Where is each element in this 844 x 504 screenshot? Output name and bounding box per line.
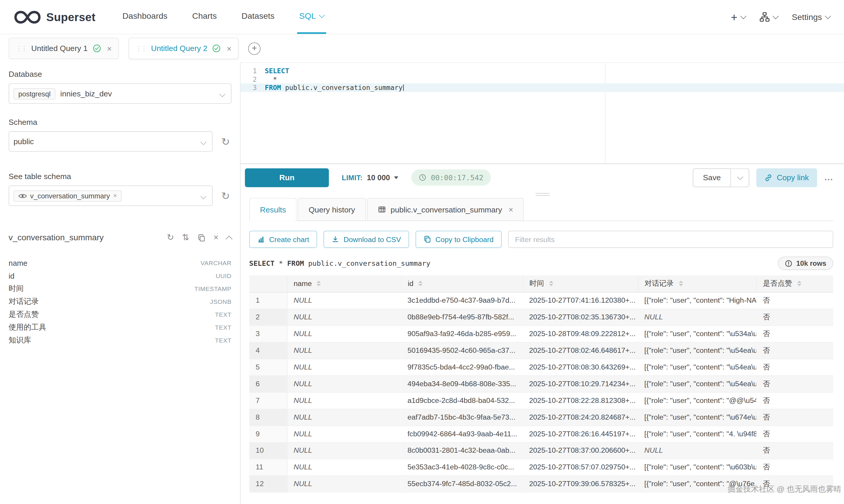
tab-results[interactable]: Results bbox=[249, 198, 297, 221]
table-cell: NULL bbox=[287, 375, 401, 392]
limit-dropdown[interactable]: LIMIT: 10 000 bbox=[342, 173, 399, 182]
table-row[interactable]: 9 NULLfcb09942-6864-4a93-9aab-4e11...202… bbox=[249, 426, 833, 442]
save-dropdown-button[interactable] bbox=[731, 168, 749, 187]
column-header[interactable]: 时间 bbox=[522, 275, 638, 292]
schema-column-row[interactable]: name VARCHAR bbox=[8, 257, 231, 270]
table-row[interactable]: 2 NULL0b88e9eb-f754-4e95-87fb-582f...202… bbox=[249, 309, 833, 326]
pane-resize-handle[interactable] bbox=[240, 191, 844, 198]
row-number: 9 bbox=[249, 426, 287, 442]
executed-query-row: SELECT * FROM public.v_conversation_summ… bbox=[249, 257, 833, 270]
nav-item-sql[interactable]: SQL bbox=[297, 0, 326, 34]
create-chart-button[interactable]: Create chart bbox=[249, 231, 317, 248]
brand-text: Superset bbox=[46, 11, 96, 23]
chevron-down-icon bbox=[740, 13, 746, 19]
check-circle-icon bbox=[92, 44, 101, 53]
remove-tag-icon[interactable]: × bbox=[113, 193, 117, 199]
column-header[interactable]: 是否点赞 bbox=[756, 275, 833, 292]
more-actions-button[interactable]: ... bbox=[824, 173, 833, 182]
table-row[interactable]: 6 NULL494eba34-8e09-4b68-808e-335...2025… bbox=[249, 375, 833, 392]
nav-item-datasets[interactable]: Datasets bbox=[239, 0, 277, 34]
table-row[interactable]: 5 NULL9f7835c5-bda4-4cc2-99a0-fbae...202… bbox=[249, 359, 833, 375]
table-cell: 否 bbox=[756, 309, 833, 326]
editor-line[interactable]: 1 SELECT bbox=[240, 67, 844, 75]
column-name: id bbox=[8, 272, 14, 280]
table-icon bbox=[378, 205, 386, 214]
download-csv-button[interactable]: Download to CSV bbox=[324, 231, 409, 248]
table-row[interactable]: 7 NULLa1d9cbce-2c8d-4bd8-ba04-532...2025… bbox=[249, 392, 833, 409]
sort-icon[interactable] bbox=[549, 281, 553, 286]
sql-editor[interactable]: 1 SELECT 2 * 3 FROM public.v_conversatio… bbox=[240, 63, 844, 164]
close-icon[interactable]: × bbox=[107, 44, 112, 52]
copy-clipboard-button[interactable]: Copy to Clipboard bbox=[416, 231, 502, 248]
query-tab-1[interactable]: ⋮⋮ Untitled Query 1 × bbox=[8, 37, 119, 59]
column-type: JSONB bbox=[210, 299, 231, 305]
refresh-tables-icon[interactable]: ↻ bbox=[220, 191, 231, 201]
table-row[interactable]: 3 NULL905af9a3-fa92-46da-b285-e959...202… bbox=[249, 325, 833, 342]
column-header[interactable]: id bbox=[401, 275, 522, 292]
settings-menu[interactable]: Settings bbox=[792, 12, 830, 22]
editor-line[interactable]: 3 FROM public.v_conversation_summary bbox=[240, 84, 844, 92]
close-icon[interactable]: × bbox=[227, 44, 231, 52]
schema-column-row[interactable]: 是否点赞 TEXT bbox=[8, 308, 231, 321]
clock-icon bbox=[419, 174, 427, 181]
results-tabbar: Results Query history public.v_conversat… bbox=[249, 198, 833, 221]
copy-table-icon[interactable] bbox=[197, 234, 206, 242]
table-cell: 55ecb374-9fc7-485d-8032-05c2... bbox=[401, 475, 522, 492]
table-cell: NULL bbox=[287, 409, 401, 426]
column-header[interactable]: name bbox=[287, 275, 401, 292]
table-cell: [{"role": "user", "content": "4. \u94f8 bbox=[638, 426, 756, 442]
sort-icon[interactable] bbox=[678, 281, 683, 286]
sort-columns-icon[interactable]: ⇅ bbox=[182, 234, 189, 242]
sql-toolbar: Run LIMIT: 10 000 00:00:17.542 Save bbox=[240, 164, 844, 191]
run-button[interactable]: Run bbox=[245, 168, 329, 187]
line-number: 2 bbox=[240, 75, 265, 83]
schema-select[interactable]: public bbox=[8, 131, 212, 152]
new-item-menu[interactable]: + bbox=[731, 12, 745, 23]
table-cell: 否 bbox=[756, 426, 833, 442]
filter-results-input[interactable] bbox=[508, 231, 833, 248]
sort-icon[interactable] bbox=[317, 281, 321, 286]
editor-line[interactable]: 2 * bbox=[240, 75, 844, 83]
table-select[interactable]: v_conversation_summary × bbox=[8, 185, 212, 206]
chevron-down-icon bbox=[319, 12, 325, 18]
refresh-table-icon[interactable]: ↻ bbox=[167, 234, 174, 242]
table-row[interactable]: 11 NULL5e353ac3-41eb-4028-9c8c-c0c...202… bbox=[249, 459, 833, 475]
schema-column-row[interactable]: 对话记录 JSONB bbox=[8, 295, 231, 308]
schema-column-row[interactable]: 时间 TIMESTAMP bbox=[8, 283, 231, 295]
save-button[interactable]: Save bbox=[693, 168, 731, 187]
schema-column-row[interactable]: id UUID bbox=[8, 270, 231, 283]
table-row[interactable]: 10 NULL8c0b0031-2801-4c32-beaa-0ab...202… bbox=[249, 442, 833, 459]
collapse-icon[interactable] bbox=[225, 235, 232, 242]
database-select[interactable]: postgresql innies_biz_dev bbox=[8, 84, 231, 104]
data-menu[interactable] bbox=[760, 12, 778, 22]
table-row[interactable]: 4 NULL50169435-9502-4c60-965a-c37...2025… bbox=[249, 342, 833, 359]
table-cell: NULL bbox=[287, 309, 401, 326]
query-tabbar: ⋮⋮ Untitled Query 1 × ⋮⋮ Untitled Query … bbox=[0, 34, 844, 62]
close-icon[interactable]: × bbox=[509, 205, 513, 214]
column-header[interactable]: 对话记录 bbox=[638, 275, 756, 292]
table-cell: 否 bbox=[756, 409, 833, 426]
table-cell: NULL bbox=[638, 309, 756, 326]
add-tab-button[interactable]: + bbox=[248, 42, 260, 54]
sort-icon[interactable] bbox=[418, 281, 423, 286]
table-cell: NULL bbox=[287, 426, 401, 442]
sort-icon[interactable] bbox=[797, 281, 801, 286]
superset-brand[interactable]: Superset bbox=[14, 10, 96, 24]
main-nav: Dashboards Charts Datasets SQL bbox=[120, 0, 326, 34]
copy-link-button[interactable]: Copy link bbox=[756, 168, 817, 187]
drag-handle-icon[interactable]: ⋮⋮ bbox=[16, 45, 27, 52]
table-row[interactable]: 8 NULLeaf7adb7-15bc-4b3c-9faa-5e73...202… bbox=[249, 409, 833, 426]
drag-handle-icon[interactable]: ⋮⋮ bbox=[136, 45, 147, 52]
schema-column-row[interactable]: 知识库 TEXT bbox=[8, 334, 231, 347]
table-cell: 9f7835c5-bda4-4cc2-99a0-fbae... bbox=[401, 359, 522, 375]
remove-table-icon[interactable]: × bbox=[213, 234, 219, 242]
nav-item-charts[interactable]: Charts bbox=[190, 0, 219, 34]
query-tab-2[interactable]: ⋮⋮ Untitled Query 2 × bbox=[128, 37, 238, 59]
nav-item-dashboards[interactable]: Dashboards bbox=[120, 0, 170, 34]
tab-query-history[interactable]: Query history bbox=[298, 198, 366, 221]
refresh-schemas-icon[interactable]: ↻ bbox=[220, 136, 231, 146]
table-row[interactable]: 1 NULL3c1eddbd-e750-4c37-9aa9-b7d...2025… bbox=[249, 292, 833, 309]
schema-column-row[interactable]: 使用的工具 TEXT bbox=[8, 321, 231, 334]
table-cell: 905af9a3-fa92-46da-b285-e959... bbox=[401, 325, 522, 342]
tab-table-preview[interactable]: public.v_conversation_summary × bbox=[367, 198, 524, 221]
